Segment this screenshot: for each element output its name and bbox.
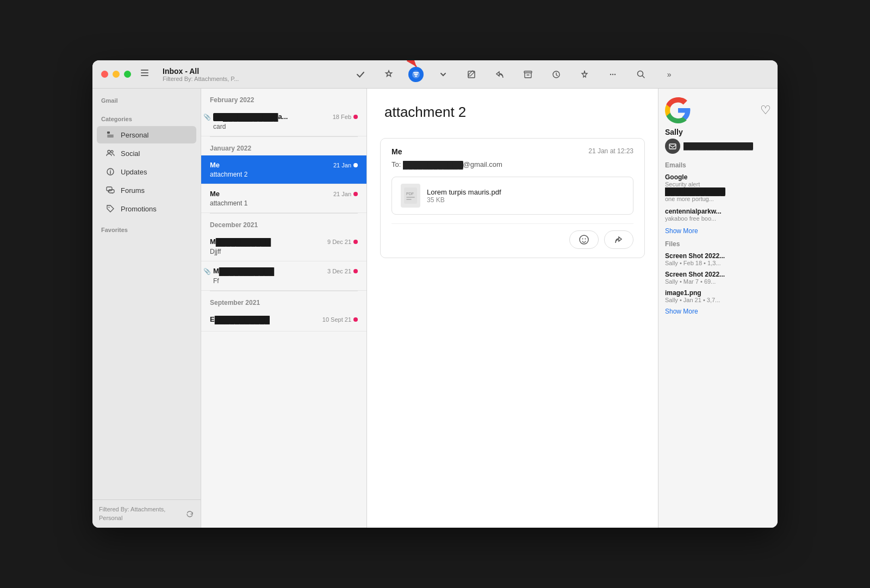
email-item[interactable]: 📎 Ma███████████a... 18 Feb card xyxy=(201,107,366,136)
pdf-icon: PDF xyxy=(401,184,420,208)
svg-rect-14 xyxy=(107,136,114,137)
email-sender: M███████████ xyxy=(210,237,271,246)
traffic-lights xyxy=(101,71,131,78)
emoji-reaction-button[interactable] xyxy=(569,230,599,249)
more-options-button[interactable] xyxy=(604,66,622,83)
smart-filter-button[interactable] xyxy=(380,66,397,83)
email-detail-header: attachment 2 xyxy=(367,89,658,138)
sidebar-item-social[interactable]: Social xyxy=(97,145,196,162)
sidebar-item-personal[interactable]: Personal xyxy=(97,126,196,143)
unread-dot xyxy=(353,317,358,322)
panel-email-item[interactable]: Google Security alert ████████████ one m… xyxy=(665,173,771,202)
svg-rect-20 xyxy=(109,190,114,193)
svg-rect-13 xyxy=(107,135,114,136)
sidebar-forums-label: Forums xyxy=(121,186,145,195)
active-filter-button[interactable] xyxy=(408,67,424,82)
filter-dropdown-button[interactable] xyxy=(434,66,452,83)
email-actions xyxy=(391,223,633,249)
email-message-card: Me 21 Jan at 12:23 To: ████████████@gmai… xyxy=(380,138,645,258)
email-detail-panel: attachment 2 Me 21 Jan at 12:23 To: ████… xyxy=(367,89,658,528)
svg-point-10 xyxy=(614,73,616,74)
sidebar-favorites-label: Favorites xyxy=(92,218,201,236)
filter-refresh-icon[interactable] xyxy=(185,509,194,519)
email-sender: Me xyxy=(210,190,220,198)
minimize-button[interactable] xyxy=(113,71,120,78)
close-button[interactable] xyxy=(101,71,108,78)
svg-rect-0 xyxy=(141,70,148,71)
pin-button[interactable] xyxy=(576,66,593,83)
sidebar-personal-label: Personal xyxy=(121,131,148,139)
email-header: M███████████ 3 Dec 21 xyxy=(213,267,358,276)
svg-rect-22 xyxy=(404,187,417,204)
filter-status-text: Filtered By: Attachments, Personal xyxy=(99,505,185,522)
email-header: E███████████ 10 Sept 21 xyxy=(210,315,358,324)
email-card-date: 21 Jan at 12:23 xyxy=(588,147,633,156)
sidebar-item-forums[interactable]: Forums xyxy=(97,182,196,199)
email-item[interactable]: 📎 M███████████ 3 Dec 21 Ff xyxy=(201,261,366,291)
svg-point-21 xyxy=(109,207,110,208)
email-date: 10 Sept 21 xyxy=(322,316,358,323)
app-window: Inbox - All Filtered By: Attachments, P.… xyxy=(92,60,778,528)
attachment-size: 35 KB xyxy=(427,196,501,204)
email-list: February 2022 📎 Ma███████████a... 18 Feb… xyxy=(201,89,367,528)
forum-icon xyxy=(105,185,115,195)
sidebar-toggle-button[interactable] xyxy=(140,68,150,80)
window-subtitle-text: Filtered By: Attachments, P... xyxy=(163,76,239,82)
emails-section-label: Emails xyxy=(665,161,771,169)
show-more-emails-button[interactable]: Show More xyxy=(665,227,771,235)
expand-toolbar-button[interactable]: » xyxy=(661,66,678,83)
email-from: Me xyxy=(391,147,402,156)
email-detail-title: attachment 2 xyxy=(384,104,641,121)
email-header: Me 21 Jan xyxy=(210,161,358,169)
compose-button[interactable] xyxy=(463,66,480,83)
attachment-card[interactable]: PDF Lorem turpis mauris.pdf 35 KB xyxy=(391,177,633,215)
reply-button[interactable] xyxy=(491,66,508,83)
panel-file-item[interactable]: Screen Shot 2022... Sally • Feb 18 • 1,3… xyxy=(665,252,771,266)
email-sender: Me xyxy=(210,161,220,169)
email-item[interactable]: M███████████ 9 Dec 21 Djjff xyxy=(201,232,366,261)
active-filter-wrapper xyxy=(408,67,424,82)
history-button[interactable] xyxy=(548,66,565,83)
sidebar-app-label: Gmail xyxy=(92,89,201,107)
checkmark-button[interactable] xyxy=(352,66,369,83)
svg-point-16 xyxy=(111,151,113,153)
maximize-button[interactable] xyxy=(124,71,131,78)
email-item[interactable]: E███████████ 10 Sept 21 xyxy=(201,310,366,331)
panel-email-item[interactable]: centennialparkw... yakaboo free boo... xyxy=(665,208,771,222)
titlebar-actions: » xyxy=(260,66,769,83)
email-to: To: ████████████@gmail.com xyxy=(391,160,633,169)
people-icon xyxy=(105,148,115,158)
sidebar: Gmail Categories Personal xyxy=(92,89,201,528)
email-item-selected[interactable]: Me 21 Jan attachment 2 xyxy=(201,155,366,184)
email-header: Ma███████████a... 18 Feb xyxy=(213,112,358,121)
show-more-files-button[interactable]: Show More xyxy=(665,308,771,315)
email-date: 21 Jan xyxy=(333,191,358,197)
info-icon xyxy=(105,167,115,177)
panel-file-item[interactable]: Screen Shot 2022... Sally • Mar 7 • 69..… xyxy=(665,271,771,285)
unread-dot xyxy=(353,115,358,119)
sidebar-item-promotions[interactable]: Promotions xyxy=(97,200,196,217)
email-subject: Djjff xyxy=(210,248,358,255)
svg-rect-27 xyxy=(669,144,676,149)
google-logo xyxy=(665,97,691,123)
email-subject: card xyxy=(213,123,358,130)
forward-button[interactable] xyxy=(604,230,633,249)
contact-email-block: ███████████████ xyxy=(665,139,771,154)
panel-file-item[interactable]: image1.png Sally • Jan 21 • 3,7... xyxy=(665,289,771,303)
favorite-button[interactable]: ♡ xyxy=(760,103,771,117)
titlebar: Inbox - All Filtered By: Attachments, P.… xyxy=(92,60,778,89)
svg-point-9 xyxy=(612,73,613,74)
email-sender: Ma███████████a... xyxy=(213,112,288,121)
archive-button[interactable] xyxy=(519,66,537,83)
section-label-feb: February 2022 xyxy=(201,89,366,107)
section-label-dec: December 2021 xyxy=(201,214,366,232)
sidebar-categories-label: Categories xyxy=(92,107,201,126)
attachment-filename: Lorem turpis mauris.pdf xyxy=(427,188,501,196)
sidebar-item-updates[interactable]: Updates xyxy=(97,163,196,180)
svg-rect-1 xyxy=(141,72,148,73)
window-title-text: Inbox - All xyxy=(163,67,239,76)
email-item[interactable]: Me 21 Jan attachment 1 xyxy=(201,184,366,213)
svg-rect-6 xyxy=(524,71,532,73)
search-button[interactable] xyxy=(632,66,650,83)
unread-dot xyxy=(353,269,358,273)
